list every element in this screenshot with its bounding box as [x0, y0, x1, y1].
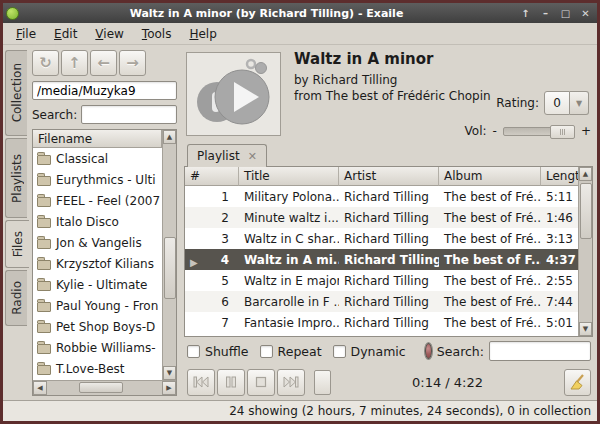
forward-arrow-icon: → — [126, 54, 139, 72]
folder-row[interactable]: Pet Shop Boys-D — [33, 316, 162, 337]
shuffle-checkbox[interactable] — [187, 345, 200, 358]
folder-row[interactable]: T.Love-Best — [33, 358, 162, 379]
scroll-up-icon[interactable]: ▲ — [579, 167, 592, 181]
seek-slider-handle[interactable] — [314, 370, 331, 395]
menu-tools[interactable]: Tools — [133, 25, 181, 43]
sidebar-tab-strip: Collection Playlists Files Radio — [5, 48, 29, 398]
up-directory-button[interactable]: ↑ — [61, 50, 88, 76]
forward-button[interactable]: → — [119, 50, 146, 76]
up-arrow-icon: ↑ — [68, 54, 81, 72]
back-button[interactable]: ← — [90, 50, 117, 76]
file-tree-vertical-scrollbar[interactable]: ▲ ▼ — [162, 130, 176, 380]
repeat-label[interactable]: Repeat — [278, 344, 322, 359]
column-header-title[interactable]: Title — [239, 167, 339, 186]
folder-row[interactable]: Jon & Vangelis — [33, 232, 162, 253]
shuffle-label[interactable]: Shuffle — [205, 344, 249, 359]
clear-playlist-button[interactable] — [564, 369, 591, 396]
close-tab-icon[interactable]: ✕ — [248, 150, 257, 163]
files-panel: ↻ ↑ ← → Search: Filename Classical Euryt… — [29, 48, 179, 398]
volume-plus-label[interactable]: + — [581, 124, 591, 138]
chevron-down-icon[interactable]: ▼ — [570, 91, 589, 115]
menu-file[interactable]: File — [7, 25, 45, 43]
back-arrow-icon: ← — [97, 54, 110, 72]
close-window-icon[interactable]: ✕ — [577, 6, 594, 21]
maximize-window-icon[interactable]: □ — [557, 6, 574, 21]
main-content: Collection Playlists Files Radio ↻ ↑ ← →… — [3, 45, 597, 400]
minimize-window-icon[interactable]: – — [537, 6, 554, 21]
record-indicator-icon[interactable] — [425, 343, 432, 359]
files-search-input[interactable] — [81, 105, 177, 124]
now-playing-area: Waltz in A minor by Richard Tilling from… — [184, 48, 593, 143]
playlist-tab[interactable]: Playlist ✕ — [187, 144, 267, 167]
column-header-artist[interactable]: Artist — [339, 167, 439, 186]
playlist-header-row: # Title Artist Album Length — [185, 167, 578, 186]
table-row[interactable]: 1Military Polona...Richard TillingThe be… — [185, 186, 578, 207]
column-header-number[interactable]: # — [185, 167, 239, 186]
table-row[interactable]: 6Barcarolle in F ...Richard TillingThe b… — [185, 291, 578, 312]
folder-row[interactable]: Italo Disco — [33, 211, 162, 232]
scroll-right-icon[interactable]: ▶ — [162, 381, 176, 395]
next-track-button[interactable] — [277, 369, 305, 396]
volume-slider[interactable] — [503, 127, 575, 136]
folder-icon — [37, 344, 51, 354]
path-input[interactable] — [32, 81, 177, 100]
folder-icon — [37, 197, 51, 207]
folder-row[interactable]: Classical — [33, 148, 162, 169]
scrollbar-thumb[interactable] — [79, 382, 123, 393]
table-row-playing[interactable]: ▶4Waltz in A mi...Richard TillingThe bes… — [185, 249, 578, 270]
folder-icon — [37, 302, 51, 312]
repeat-checkbox[interactable] — [260, 345, 273, 358]
folder-row[interactable]: Eurythmics - Ulti — [33, 169, 162, 190]
column-header-length[interactable]: Length — [541, 167, 578, 186]
exaile-window: Waltz in A minor (by Richard Tilling) - … — [0, 0, 600, 424]
album-art — [186, 52, 281, 136]
folder-row[interactable]: Robbie Williams- — [33, 337, 162, 358]
scroll-down-icon[interactable]: ▼ — [579, 322, 592, 336]
table-row[interactable]: 5Waltz in E majorRichard TillingThe best… — [185, 270, 578, 291]
playlist-search-input[interactable] — [489, 341, 591, 361]
table-row[interactable]: 3Waltz in C shar...Richard TillingThe be… — [185, 228, 578, 249]
track-artist: by Richard Tilling — [294, 72, 491, 88]
table-row[interactable]: 7Fantasie Impro...Richard TillingThe bes… — [185, 312, 578, 333]
menu-help[interactable]: Help — [180, 25, 225, 43]
menu-view[interactable]: View — [86, 25, 132, 43]
file-tree-horizontal-scrollbar[interactable]: ◀ ▶ — [33, 380, 176, 395]
menu-edit[interactable]: Edit — [45, 25, 86, 43]
scroll-left-icon[interactable]: ◀ — [33, 381, 47, 395]
table-row[interactable]: 2Minute waltz i...Richard TillingThe bes… — [185, 207, 578, 228]
scrollbar-thumb[interactable] — [164, 237, 176, 299]
scroll-up-icon[interactable]: ▲ — [163, 130, 176, 144]
dynamic-checkbox[interactable] — [333, 345, 346, 358]
folder-row[interactable]: FEEL - Feel (2007 — [33, 190, 162, 211]
pause-button[interactable] — [217, 369, 245, 396]
column-header-album[interactable]: Album — [439, 167, 541, 186]
refresh-button[interactable]: ↻ — [32, 50, 59, 76]
dynamic-label[interactable]: Dynamic — [351, 344, 406, 359]
folder-icon — [37, 260, 51, 270]
filename-column-header[interactable]: Filename — [33, 130, 162, 148]
volume-minus-label[interactable]: - — [493, 124, 497, 138]
pause-icon — [225, 376, 237, 388]
stop-button[interactable] — [247, 369, 275, 396]
rating-combobox[interactable]: 0 ▼ — [544, 91, 589, 115]
folder-row[interactable]: Paul Young - Fron — [33, 295, 162, 316]
sidebar-tab-files[interactable]: Files — [5, 220, 29, 268]
time-display: 0:14 / 4:22 — [333, 375, 562, 390]
now-playing-indicator-icon: ▶ — [190, 257, 198, 267]
folder-row[interactable]: Krzysztof Kilians — [33, 253, 162, 274]
scroll-down-icon[interactable]: ▼ — [163, 366, 176, 380]
scrollbar-thumb[interactable] — [580, 183, 592, 239]
shade-window-icon[interactable]: ↑ — [517, 6, 534, 21]
playlist-table: # Title Artist Album Length 1Military Po… — [184, 167, 593, 337]
previous-track-button[interactable] — [187, 369, 215, 396]
folder-icon — [37, 281, 51, 291]
statusbar: 24 showing (2 hours, 7 minutes, 24 secon… — [3, 400, 597, 421]
titlebar[interactable]: Waltz in A minor (by Richard Tilling) - … — [3, 3, 597, 23]
playlist-vertical-scrollbar[interactable]: ▲ ▼ — [578, 167, 592, 336]
volume-slider-handle[interactable] — [550, 125, 575, 139]
sidebar-tab-collection[interactable]: Collection — [5, 50, 27, 136]
sidebar-tab-radio[interactable]: Radio — [5, 270, 27, 326]
sidebar-tab-playlists[interactable]: Playlists — [5, 138, 27, 218]
folder-row[interactable]: Kylie - Ultimate — [33, 274, 162, 295]
folder-icon — [37, 323, 51, 333]
